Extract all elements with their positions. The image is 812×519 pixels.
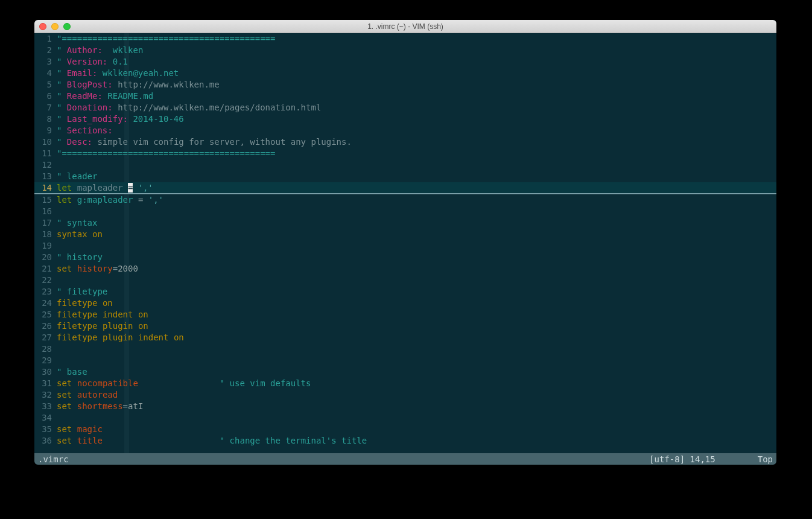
code-content: "=======================================… xyxy=(54,33,275,45)
code-line[interactable]: 34 xyxy=(34,412,776,424)
code-line[interactable]: 30" base xyxy=(34,366,776,378)
code-line[interactable]: 3" Version: 0.1 xyxy=(34,56,776,68)
line-number: 8 xyxy=(34,113,54,125)
code-line[interactable]: 23" filetype xyxy=(34,286,776,298)
code-content: syntax on xyxy=(54,229,103,240)
code-line[interactable]: 6" ReadMe: README.md xyxy=(34,91,776,102)
close-icon[interactable] xyxy=(39,23,46,30)
code-line[interactable]: 8" Last_modify: 2014-10-46 xyxy=(34,113,776,125)
code-content: set history=2000 xyxy=(54,263,138,275)
line-number: 28 xyxy=(34,343,54,355)
code-content: " Donation: http://www.wklken.me/pages/d… xyxy=(54,102,321,113)
code-line[interactable]: 25filetype indent on xyxy=(34,309,776,320)
code-content: " Email: wklken@yeah.net xyxy=(54,68,179,79)
code-line[interactable]: 11"=====================================… xyxy=(34,148,776,159)
line-number: 17 xyxy=(34,217,54,229)
editor-area[interactable]: 1"======================================… xyxy=(34,33,776,453)
line-number: 26 xyxy=(34,320,54,332)
line-number: 21 xyxy=(34,263,54,275)
code-line[interactable]: 12 xyxy=(34,159,776,171)
line-number: 14 xyxy=(34,182,54,194)
status-bar: .vimrc [utf-8] 14,15 Top xyxy=(34,453,776,465)
code-content xyxy=(54,206,57,217)
code-line[interactable]: 36set title " change the terminal's titl… xyxy=(34,435,776,447)
status-scroll: Top xyxy=(758,454,773,464)
code-line[interactable]: 1"======================================… xyxy=(34,33,776,45)
code-content: set shortmess=atI xyxy=(54,401,143,412)
line-number: 2 xyxy=(34,45,54,56)
line-number: 24 xyxy=(34,298,54,309)
code-line[interactable]: 27filetype plugin indent on xyxy=(34,332,776,343)
cursor: = xyxy=(128,183,133,193)
code-line[interactable]: 7" Donation: http://www.wklken.me/pages/… xyxy=(34,102,776,113)
window-controls xyxy=(39,23,71,30)
minimize-icon[interactable] xyxy=(51,23,59,30)
line-number: 4 xyxy=(34,68,54,79)
status-filename: .vimrc xyxy=(38,454,649,464)
line-number: 22 xyxy=(34,275,54,286)
titlebar: 1. .vimrc (~) - VIM (ssh) xyxy=(34,20,776,33)
line-number: 12 xyxy=(34,159,54,171)
status-position: [utf-8] 14,15 xyxy=(649,454,758,464)
code-line[interactable]: 32set autoread xyxy=(34,389,776,401)
line-number: 35 xyxy=(34,424,54,435)
line-number: 1 xyxy=(34,33,54,45)
code-line[interactable]: 21set history=2000 xyxy=(34,263,776,275)
code-line[interactable]: 22 xyxy=(34,275,776,286)
code-content: filetype indent on xyxy=(54,309,148,320)
line-number: 31 xyxy=(34,378,54,389)
terminal-window: 1. .vimrc (~) - VIM (ssh) 1"============… xyxy=(34,20,776,465)
code-line[interactable]: 31set nocompatible " use vim defaults xyxy=(34,378,776,389)
code-line[interactable]: 15let g:mapleader = ',' xyxy=(34,194,776,206)
code-content: " Author: wklken xyxy=(54,45,143,56)
code-line[interactable]: 17" syntax xyxy=(34,217,776,229)
code-line[interactable]: 9" Sections: xyxy=(34,125,776,136)
code-line[interactable]: 18syntax on xyxy=(34,229,776,240)
code-content: let g:mapleader = ',' xyxy=(54,194,163,206)
zoom-icon[interactable] xyxy=(63,23,71,30)
line-number: 6 xyxy=(34,91,54,102)
line-number: 30 xyxy=(34,366,54,378)
code-line[interactable]: 19 xyxy=(34,240,776,252)
code-line[interactable]: 26filetype plugin on xyxy=(34,320,776,332)
code-line[interactable]: 13" leader xyxy=(34,171,776,182)
code-line[interactable]: 24filetype on xyxy=(34,298,776,309)
code-content: " base xyxy=(54,366,87,378)
line-number: 15 xyxy=(34,194,54,206)
code-content: " history xyxy=(54,252,103,263)
code-content: " ReadMe: README.md xyxy=(54,91,153,102)
line-number: 25 xyxy=(34,309,54,320)
code-line[interactable]: 16 xyxy=(34,206,776,217)
code-line[interactable]: 4" Email: wklken@yeah.net xyxy=(34,68,776,79)
code-content: set title " change the terminal's title xyxy=(54,435,367,447)
code-line[interactable]: 5" BlogPost: http://www.wklken.me xyxy=(34,79,776,91)
code-content: filetype on xyxy=(54,298,113,309)
line-number: 20 xyxy=(34,252,54,263)
code-line[interactable]: 10" Desc: simple vim config for server, … xyxy=(34,136,776,148)
code-line[interactable]: 33set shortmess=atI xyxy=(34,401,776,412)
code-content: filetype plugin indent on xyxy=(54,332,184,343)
line-number: 16 xyxy=(34,206,54,217)
line-number: 27 xyxy=(34,332,54,343)
line-number: 36 xyxy=(34,435,54,447)
code-content: " Desc: simple vim config for server, wi… xyxy=(54,136,352,148)
code-line[interactable]: 28 xyxy=(34,343,776,355)
line-number: 18 xyxy=(34,229,54,240)
code-line[interactable]: 20" history xyxy=(34,252,776,263)
code-content: filetype plugin on xyxy=(54,320,148,332)
line-number: 19 xyxy=(34,240,54,252)
line-number: 13 xyxy=(34,171,54,182)
code-line[interactable]: 14let mapleader = ',' xyxy=(34,182,776,194)
code-content: " filetype xyxy=(54,286,107,298)
code-content: set nocompatible " use vim defaults xyxy=(54,378,311,389)
code-content: " Last_modify: 2014-10-46 xyxy=(54,113,184,125)
line-number: 33 xyxy=(34,401,54,412)
line-number: 23 xyxy=(34,286,54,298)
code-line[interactable]: 2" Author: wklken xyxy=(34,45,776,56)
code-line[interactable]: 35set magic xyxy=(34,424,776,435)
code-line[interactable]: 29 xyxy=(34,355,776,366)
code-content: " Sections: xyxy=(54,125,113,136)
line-number: 10 xyxy=(34,136,54,148)
code-content: "=======================================… xyxy=(54,148,275,159)
code-content xyxy=(54,355,57,366)
